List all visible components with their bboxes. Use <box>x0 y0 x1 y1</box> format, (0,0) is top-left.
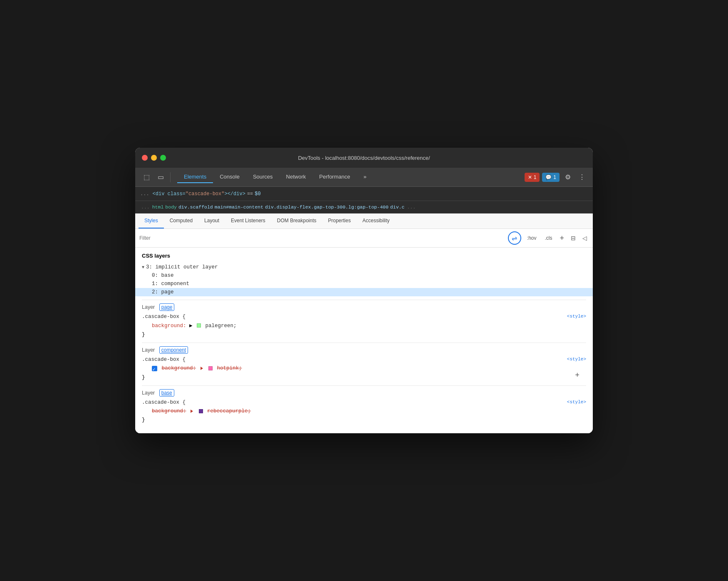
more-options-button[interactable]: ⋮ <box>576 171 588 183</box>
css-closing-component: } <box>142 373 586 382</box>
inspect-element-button[interactable]: ⬚ <box>140 171 153 184</box>
breadcrumb-html[interactable]: html <box>152 204 164 210</box>
breadcrumb-main[interactable]: main#main-content <box>215 204 263 210</box>
traffic-lights <box>142 155 166 161</box>
error-count: 1 <box>534 174 537 180</box>
layer-base-section: Layer base <style> .cascade-box { backgr… <box>142 385 586 428</box>
tab-network[interactable]: Network <box>280 171 313 183</box>
hover-state-button[interactable]: :hov <box>525 233 539 243</box>
tab-elements[interactable]: Elements <box>177 171 213 183</box>
cascade-filter-button[interactable]: ⇌ <box>508 231 521 245</box>
css-selector-text: .cascade-box { <box>142 314 186 320</box>
layer-page-text: Layer <box>142 304 155 310</box>
layer-component-section: Layer component <style> .cascade-box { b… <box>142 343 586 385</box>
toolbar-divider <box>170 172 171 182</box>
color-arrow-base-icon <box>191 410 193 413</box>
styles-content: CSS layers ▼ 3: implicit outer layer 0: … <box>135 248 593 433</box>
minimize-button[interactable] <box>151 155 157 161</box>
computed-style-sidebar-button[interactable]: ⊟ <box>569 233 577 243</box>
css-value-palegreen: palegreen; <box>206 323 237 329</box>
layer-base-source[interactable]: <style> <box>567 398 586 406</box>
layer-base-text: Layer <box>142 390 155 396</box>
color-swatch-palegreen[interactable] <box>197 323 201 328</box>
css-prop-background-base: background: <box>152 408 186 414</box>
dom-equals: == <box>247 191 253 197</box>
dom-bar: ... <div class="cascade-box"></div> == $… <box>135 187 593 201</box>
breadcrumb-end-dots: ... <box>407 204 416 210</box>
message-count: 1 <box>553 174 556 180</box>
tree-child-component[interactable]: 1: component <box>142 280 586 288</box>
css-property-row-component: background: hotpink; <box>142 364 586 373</box>
layer-base-css-block: <style> .cascade-box { background: rebec… <box>142 398 586 428</box>
layer-page-source[interactable]: <style> <box>567 313 586 320</box>
layer-component-css-block: <style> .cascade-box { background: hotpi… <box>142 355 586 385</box>
main-panel: Styles Computed Layout Event Listeners D… <box>135 214 593 433</box>
tab-sources[interactable]: Sources <box>246 171 280 183</box>
layer-base-link[interactable]: base <box>159 389 174 397</box>
breadcrumb-scaffold[interactable]: div.scaffold <box>178 204 213 210</box>
css-property-row-page: background: ▶ palegreen; <box>142 322 586 330</box>
css-layers-tree: ▼ 3: implicit outer layer 0: base 1: com… <box>142 263 586 296</box>
filter-input[interactable] <box>139 235 505 241</box>
maximize-button[interactable] <box>160 155 166 161</box>
breadcrumb-div-c[interactable]: div.c <box>390 204 405 210</box>
color-swatch-rebeccapurple[interactable] <box>199 409 203 413</box>
filter-bar: ⇌ :hov .cls + ⊟ ◁ <box>135 229 593 248</box>
tree-child-component-label: 1: component <box>152 281 189 287</box>
add-property-button[interactable]: + <box>575 369 579 382</box>
class-filter-button[interactable]: .cls <box>542 233 555 243</box>
css-property-row-base: background: rebeccapurple; <box>142 407 586 416</box>
breadcrumb-start-dots: ... <box>141 204 150 210</box>
tree-child-page[interactable]: 2: page <box>135 288 593 296</box>
settings-button[interactable]: ⚙ <box>562 171 574 183</box>
property-enable-checkbox[interactable] <box>152 366 157 371</box>
breadcrumb-bar: ... html body div.scaffold main#main-con… <box>135 201 593 214</box>
error-icon: ✕ <box>528 174 532 180</box>
panel-tabs-row: Styles Computed Layout Event Listeners D… <box>135 214 593 229</box>
layer-component-link[interactable]: component <box>159 346 188 354</box>
layer-component-text: Layer <box>142 347 155 353</box>
panel-tab-accessibility[interactable]: Accessibility <box>357 214 395 228</box>
css-closing-base: } <box>142 416 586 425</box>
css-value-rebeccapurple: rebeccapurple; <box>207 408 251 414</box>
breadcrumb-div-flex[interactable]: div.display-flex.gap-top-300.lg:gap-top-… <box>265 204 389 210</box>
layer-base-label: Layer base <box>142 390 586 396</box>
device-emulation-button[interactable]: ▭ <box>154 171 167 184</box>
css-prop-background-page: background: <box>152 323 186 329</box>
css-selector-component: .cascade-box { <box>142 355 586 364</box>
close-button[interactable] <box>142 155 148 161</box>
css-selector-base-text: .cascade-box { <box>142 400 186 405</box>
dom-dollar: $0 <box>255 191 260 197</box>
layer-component-label: Layer component <box>142 347 586 353</box>
panel-tab-styles[interactable]: Styles <box>139 214 164 228</box>
layer-component-source[interactable]: <style> <box>567 355 586 363</box>
more-tabs-button[interactable]: » <box>357 171 373 183</box>
css-closing-page: } <box>142 330 586 339</box>
css-prop-background-component: background: <box>162 365 196 371</box>
panel-tab-layout[interactable]: Layout <box>198 214 225 228</box>
add-style-rule-button[interactable]: + <box>558 234 566 243</box>
tree-root[interactable]: ▼ 3: implicit outer layer <box>142 263 586 271</box>
tree-child-page-label: 2: page <box>152 289 174 295</box>
tree-arrow-icon: ▼ <box>142 265 144 270</box>
tree-root-label: 3: implicit outer layer <box>146 264 218 270</box>
error-badge[interactable]: ✕ 1 <box>525 173 540 182</box>
panel-tab-event-listeners[interactable]: Event Listeners <box>225 214 271 228</box>
layer-page-label: Layer page <box>142 304 586 310</box>
panel-tab-dom-breakpoints[interactable]: DOM Breakpoints <box>271 214 322 228</box>
message-badge[interactable]: 💬 1 <box>542 173 560 182</box>
color-swatch-hotpink[interactable] <box>208 366 213 370</box>
panel-tab-computed[interactable]: Computed <box>164 214 198 228</box>
panel-tab-properties[interactable]: Properties <box>322 214 357 228</box>
layer-page-css-block: <style> .cascade-box { background: ▶ pal… <box>142 313 586 343</box>
dom-ellipsis: ... <box>140 191 149 197</box>
toggle-sidebar-button[interactable]: ◁ <box>581 233 589 243</box>
breadcrumb-body[interactable]: body <box>165 204 177 210</box>
layer-page-section: Layer page <style> .cascade-box { backgr… <box>142 300 586 343</box>
window-title: DevTools - localhost:8080/docs/devtools/… <box>298 155 430 161</box>
tree-child-base[interactable]: 0: base <box>142 271 586 280</box>
tab-performance[interactable]: Performance <box>312 171 357 183</box>
css-selector-component-text: .cascade-box { <box>142 357 186 363</box>
tab-console[interactable]: Console <box>213 171 246 183</box>
layer-page-link[interactable]: page <box>159 303 175 311</box>
